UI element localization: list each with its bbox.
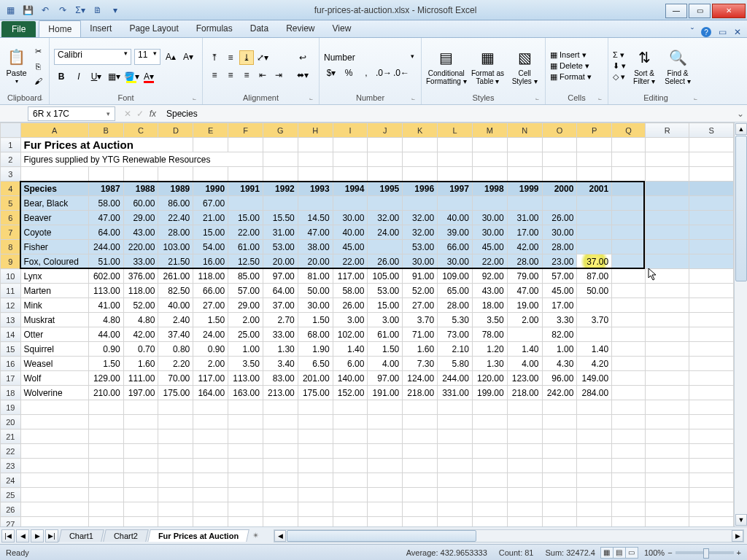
col-head-A[interactable]: A — [20, 123, 88, 138]
cell[interactable] — [689, 429, 734, 444]
cell[interactable] — [368, 152, 403, 167]
cell[interactable] — [88, 444, 123, 459]
cell[interactable] — [689, 211, 734, 225]
subtitle-cell[interactable]: Figures supplied by YTG Renewable Resour… — [20, 152, 263, 167]
row-head-11[interactable]: 11 — [1, 284, 21, 298]
tab-page-layout[interactable]: Page Layout — [120, 20, 187, 37]
last-sheet-icon[interactable]: ▶| — [45, 529, 58, 542]
data-cell[interactable]: 22.00 — [228, 225, 263, 240]
data-cell[interactable]: 64.00 — [88, 225, 123, 240]
data-cell[interactable]: 45.00 — [333, 240, 368, 254]
cell[interactable] — [689, 415, 734, 429]
tab-home[interactable]: Home — [39, 20, 81, 37]
data-cell[interactable] — [507, 196, 542, 211]
cell[interactable] — [689, 182, 734, 196]
cell[interactable] — [645, 502, 689, 517]
data-cell[interactable]: 32.00 — [368, 211, 403, 225]
cell[interactable] — [472, 415, 507, 429]
species-cell[interactable]: Muskrat — [20, 313, 88, 327]
cell[interactable] — [228, 488, 263, 502]
row-head-20[interactable]: 20 — [1, 415, 21, 429]
cell[interactable] — [20, 488, 88, 502]
col-head-F[interactable]: F — [228, 123, 263, 138]
data-cell[interactable]: 1.60 — [123, 357, 158, 371]
cell[interactable] — [645, 357, 689, 371]
data-cell[interactable]: 32.00 — [403, 225, 438, 240]
row-head-24[interactable]: 24 — [1, 473, 21, 488]
row-head-18[interactable]: 18 — [1, 386, 21, 400]
close-button[interactable]: ✕ — [712, 4, 746, 18]
decrease-indent-icon[interactable]: ⇤ — [255, 68, 270, 82]
data-cell[interactable]: 1.50 — [368, 342, 403, 357]
data-cell[interactable]: 331.00 — [438, 386, 473, 400]
header-cell[interactable]: 1996 — [403, 182, 438, 196]
data-cell[interactable]: 3.40 — [263, 357, 298, 371]
cell[interactable] — [20, 167, 88, 182]
data-cell[interactable]: 41.00 — [88, 298, 123, 313]
data-cell[interactable]: 24.00 — [193, 327, 228, 342]
align-center-icon[interactable]: ≡ — [223, 68, 238, 82]
cell[interactable] — [123, 502, 158, 517]
cell[interactable] — [689, 167, 734, 182]
accounting-format-icon[interactable]: $▾ — [324, 66, 338, 80]
data-cell[interactable]: 140.00 — [333, 371, 368, 386]
data-cell[interactable]: 22.40 — [158, 211, 193, 225]
percent-format-icon[interactable]: % — [341, 66, 356, 80]
data-cell[interactable]: 97.00 — [263, 269, 298, 284]
cut-icon[interactable]: ✂ — [31, 46, 44, 58]
data-cell[interactable]: 45.00 — [472, 240, 507, 254]
cell[interactable] — [228, 517, 263, 527]
data-cell[interactable]: 3.70 — [403, 313, 438, 327]
data-cell[interactable]: 33.00 — [123, 254, 158, 269]
data-cell[interactable]: 152.00 — [333, 386, 368, 400]
header-cell[interactable]: 2000 — [542, 182, 577, 196]
data-cell[interactable]: 4.80 — [123, 313, 158, 327]
sort-filter-button[interactable]: ⇅Sort & Filter ▾ — [629, 42, 659, 90]
data-cell[interactable]: 1.60 — [403, 342, 438, 357]
new-sheet-icon[interactable]: ✴ — [252, 531, 259, 540]
cell[interactable] — [263, 459, 298, 473]
scroll-thumb[interactable] — [735, 136, 747, 281]
data-cell[interactable]: 261.00 — [158, 269, 193, 284]
cell[interactable] — [472, 459, 507, 473]
data-cell[interactable]: 0.90 — [88, 342, 123, 357]
data-cell[interactable] — [368, 196, 403, 211]
cell[interactable] — [689, 386, 734, 400]
data-cell[interactable]: 3.50 — [472, 313, 507, 327]
data-cell[interactable]: 218.00 — [403, 386, 438, 400]
qat-customize-icon[interactable]: ▾ — [109, 4, 121, 16]
cell[interactable] — [472, 152, 507, 167]
cell[interactable] — [88, 167, 123, 182]
cell[interactable] — [263, 138, 298, 152]
name-box[interactable]: 6R x 17C — [28, 106, 115, 121]
data-cell[interactable]: 28.00 — [507, 254, 542, 269]
data-cell[interactable]: 1.50 — [298, 313, 333, 327]
data-cell[interactable]: 4.80 — [88, 313, 123, 327]
cell[interactable] — [20, 473, 88, 488]
data-cell[interactable]: 45.00 — [542, 284, 577, 298]
data-cell[interactable]: 39.00 — [438, 225, 473, 240]
data-cell[interactable]: 6.50 — [298, 357, 333, 371]
cell[interactable] — [298, 473, 333, 488]
data-cell[interactable]: 28.00 — [542, 240, 577, 254]
comma-format-icon[interactable]: , — [359, 66, 374, 80]
cell[interactable] — [612, 444, 646, 459]
cell[interactable] — [333, 152, 368, 167]
cell[interactable] — [193, 517, 228, 527]
cell[interactable] — [612, 459, 646, 473]
cell[interactable] — [403, 502, 438, 517]
cell[interactable] — [689, 152, 734, 167]
cell[interactable] — [472, 517, 507, 527]
cell[interactable] — [193, 138, 228, 152]
cell[interactable] — [263, 429, 298, 444]
data-cell[interactable]: 4.00 — [368, 357, 403, 371]
help-icon[interactable]: ? — [701, 27, 711, 37]
cell[interactable] — [123, 459, 158, 473]
data-cell[interactable]: 30.00 — [403, 254, 438, 269]
cell-styles-button[interactable]: ▧Cell Styles ▾ — [508, 42, 541, 90]
cell[interactable] — [689, 327, 734, 342]
cell[interactable] — [612, 400, 646, 415]
cell[interactable] — [368, 400, 403, 415]
data-cell[interactable]: 16.00 — [193, 254, 228, 269]
cell[interactable] — [333, 138, 368, 152]
